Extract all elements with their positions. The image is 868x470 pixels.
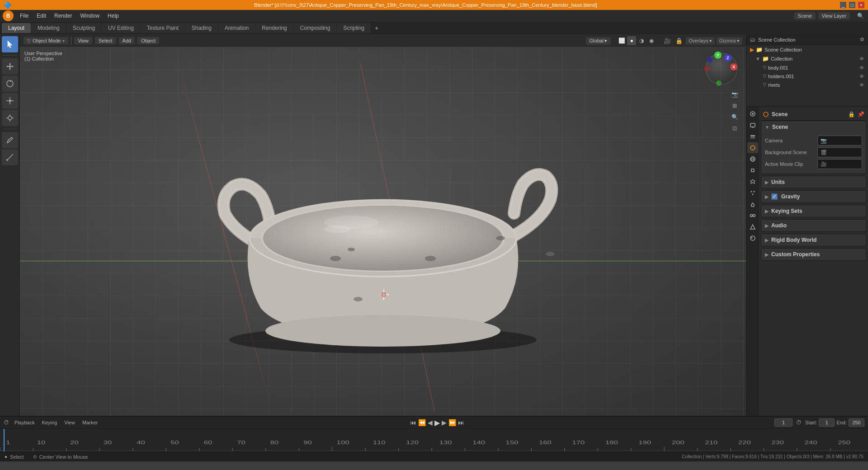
nav-dot-z[interactable]: Z <box>724 54 731 61</box>
search-icon[interactable]: 🔍 <box>855 11 865 21</box>
scene-section-header[interactable]: ▼ Scene <box>761 121 866 133</box>
navigation-gizmo[interactable]: X Y Z 📷 ⊞ 🔍 ⊡ <box>703 51 740 133</box>
tab-modeling[interactable]: Modeling <box>31 23 66 33</box>
prop-icon-constraints[interactable] <box>747 210 758 221</box>
camera-icon[interactable]: 🎥 <box>662 36 672 46</box>
prop-icon-scene[interactable] <box>747 142 758 153</box>
add-menu[interactable]: Add <box>119 37 135 44</box>
scene-canvas[interactable] <box>20 47 746 416</box>
zoom-fit-icon[interactable]: ⊡ <box>730 123 740 133</box>
step-forward-button[interactable]: ▶ <box>442 419 447 426</box>
rivets-visibility-icon[interactable]: 👁 <box>859 82 864 88</box>
tab-texture-paint[interactable]: Texture Paint <box>141 23 185 33</box>
nav-dot-x[interactable]: X <box>730 63 737 70</box>
outliner-item-scene-collection[interactable]: ▶ 📁 Scene Collection <box>746 45 868 54</box>
tab-rendering[interactable]: Rendering <box>255 23 293 33</box>
custom-properties-header[interactable]: ▶ Custom Properties <box>761 249 866 260</box>
fps-icon[interactable]: ⏱ <box>796 419 802 426</box>
tab-animation[interactable]: Animation <box>218 23 255 33</box>
menu-window[interactable]: Window <box>76 11 103 20</box>
camera-value[interactable]: 📷 <box>817 136 862 146</box>
units-section-header[interactable]: ▶ Units <box>761 176 866 188</box>
frame-start-input[interactable] <box>819 418 835 427</box>
menu-edit[interactable]: Edit <box>33 11 50 20</box>
scene-selector[interactable]: Scene <box>794 12 816 19</box>
keying-sets-header[interactable]: ▶ Keying Sets <box>761 205 866 217</box>
nav-dot-y[interactable]: Y <box>714 52 722 59</box>
tool-annotate[interactable] <box>2 132 18 148</box>
frame-end-input[interactable] <box>849 418 864 427</box>
play-button[interactable]: ▶ <box>434 418 440 427</box>
object-mode-selector[interactable]: ▽ Object Mode ▾ <box>24 37 68 44</box>
close-button[interactable]: × <box>858 2 864 8</box>
gizmos-button[interactable]: Gizmos ▾ <box>717 37 742 45</box>
collection-visibility-icon[interactable]: 👁 <box>859 56 864 61</box>
maximize-button[interactable]: □ <box>849 2 855 8</box>
view-menu[interactable]: View <box>74 37 92 44</box>
timeline-icon[interactable]: ⏱ <box>4 419 9 426</box>
blender-logo[interactable]: B <box>3 10 14 21</box>
jump-to-start-button[interactable]: ⏮ <box>410 419 416 426</box>
lock-icon[interactable]: 🔒 <box>674 36 684 46</box>
gravity-section-header[interactable]: ▶ ✓ Gravity <box>761 191 866 202</box>
prop-icon-material[interactable] <box>747 233 758 244</box>
outliner-item-collection[interactable]: ▼ 📁 Collection 👁 <box>746 54 868 63</box>
background-scene-value[interactable]: 🎬 <box>817 147 862 157</box>
prop-icon-physics[interactable] <box>747 199 758 210</box>
prop-icon-object[interactable] <box>747 165 758 176</box>
solid-shading-icon[interactable]: ● <box>627 36 636 45</box>
scene-lock-icon[interactable]: 🔒 <box>848 111 855 118</box>
material-preview-icon[interactable]: ◑ <box>637 36 646 45</box>
tab-compositing[interactable]: Compositing <box>294 23 337 33</box>
zoom-icon[interactable]: 🔍 <box>730 112 740 122</box>
ortho-view-icon[interactable]: ⊞ <box>730 101 740 111</box>
outliner-filter-icon[interactable]: ⚙ <box>860 37 864 42</box>
prev-keyframe-button[interactable]: ⏪ <box>418 419 426 426</box>
wireframe-icon[interactable]: ⬜ <box>617 36 626 45</box>
jump-to-end-button[interactable]: ⏭ <box>458 419 464 426</box>
minimize-button[interactable]: _ <box>840 2 846 8</box>
gravity-checkbox[interactable]: ✓ <box>771 193 778 200</box>
active-movie-clip-value[interactable]: 🎥 <box>817 159 862 169</box>
tab-layout[interactable]: Layout <box>2 23 31 33</box>
tab-shading[interactable]: Shading <box>185 23 218 33</box>
timeline-ruler-area[interactable]: // Will be populated by JS below 1 10 20… <box>0 429 868 451</box>
playback-menu[interactable]: Playback <box>13 419 37 426</box>
tab-uv-editing[interactable]: UV Editing <box>102 23 140 33</box>
prop-icon-view-layer[interactable] <box>747 131 758 142</box>
outliner-item-holders[interactable]: ▽ holders.001 👁 <box>746 72 868 80</box>
rigid-body-world-header[interactable]: ▶ Rigid Body World <box>761 234 866 246</box>
tool-move[interactable] <box>2 58 18 75</box>
add-workspace-button[interactable]: + <box>371 23 382 33</box>
nav-dot-neg-x[interactable] <box>704 66 710 71</box>
rendered-preview-icon[interactable]: ◉ <box>647 36 656 45</box>
overlays-button[interactable]: Overlays ▾ <box>686 37 714 45</box>
prop-icon-modifier[interactable] <box>747 176 758 187</box>
tab-scripting[interactable]: Scripting <box>337 23 371 33</box>
nav-gizmo-container[interactable]: X Y Z <box>703 51 740 87</box>
tool-transform[interactable] <box>2 110 18 126</box>
camera-view-icon[interactable]: 📷 <box>730 89 740 99</box>
global-transform[interactable]: Global ▾ <box>586 37 611 45</box>
prop-icon-world[interactable] <box>747 154 758 164</box>
menu-file[interactable]: File <box>16 11 32 20</box>
view-layer-selector[interactable]: View Layer <box>818 12 850 19</box>
next-keyframe-button[interactable]: ⏩ <box>448 419 456 426</box>
prop-icon-render[interactable] <box>747 108 758 119</box>
tab-sculpting[interactable]: Sculpting <box>66 23 101 33</box>
3d-viewport[interactable]: ▽ Object Mode ▾ View Select Add Object G… <box>20 34 746 416</box>
menu-help[interactable]: Help <box>104 11 123 20</box>
nav-dot-neg-y[interactable] <box>716 80 722 86</box>
tool-measure[interactable] <box>2 149 18 165</box>
tool-scale[interactable] <box>2 93 18 109</box>
marker-menu[interactable]: Marker <box>80 419 99 426</box>
prop-icon-output[interactable] <box>747 120 758 131</box>
outliner-item-body[interactable]: ▽ body.001 👁 <box>746 63 868 72</box>
audio-section-header[interactable]: ▶ Audio <box>761 220 866 231</box>
tool-cursor[interactable] <box>2 36 18 52</box>
select-menu[interactable]: Select <box>95 37 116 44</box>
outliner-item-rivets[interactable]: ▽ rivets 👁 <box>746 80 868 89</box>
prop-icon-particles[interactable] <box>747 188 758 198</box>
nav-dot-neg-z[interactable] <box>707 57 712 62</box>
keying-menu[interactable]: Keying <box>40 419 59 426</box>
